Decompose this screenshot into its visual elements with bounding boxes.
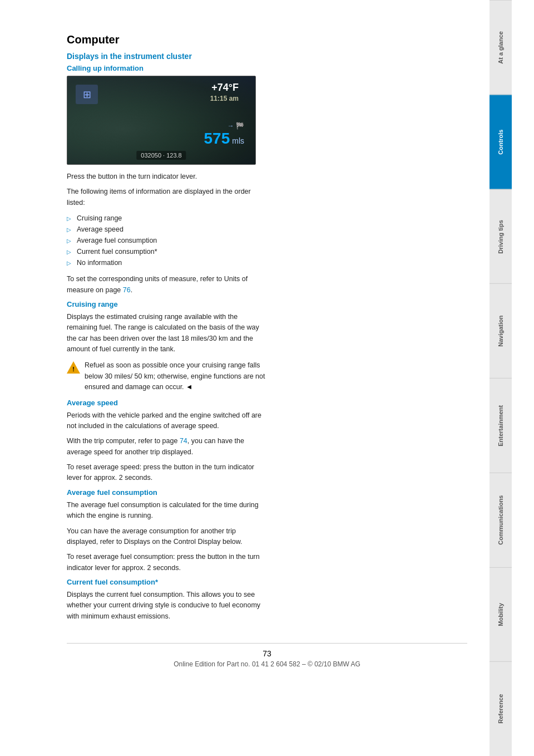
avg-speed-heading: Average speed (67, 399, 267, 407)
page-title: Computer (67, 33, 267, 46)
sidebar-tab-navigation[interactable]: Navigation (490, 283, 512, 378)
sidebar-tab-entertainment[interactable]: Entertainment (490, 378, 512, 473)
right-column: Average speed Periods with the vehicle p… (67, 399, 267, 627)
main-content: Computer Displays in the instrument clus… (0, 0, 490, 756)
avg-speed-para2: With the trip computer, refer to page 74… (67, 436, 267, 458)
cluster-nav-area: ⊞ (76, 85, 98, 104)
cruising-range-heading: Cruising range (67, 300, 267, 308)
arrow-symbol: → 🏁 (228, 122, 244, 130)
cluster-arrow-label: → 🏁 (228, 122, 244, 130)
left-column: Computer Displays in the instrument clus… (67, 33, 284, 399)
warning-box: Refuel as soon as possible once your cru… (67, 360, 267, 392)
cluster-top-info: +74°F 11:15 am (210, 82, 239, 102)
sidebar-tab-communications[interactable]: Communications (490, 473, 512, 567)
section-heading: Displays in the instrument cluster (67, 52, 267, 61)
cluster-temp: +74°F (210, 82, 239, 94)
cruising-range-para1: Displays the estimated cruising range av… (67, 312, 267, 355)
sub-heading-calling-up: Calling up information (67, 64, 267, 72)
para-units-post: . (131, 286, 132, 294)
sidebar-tab-mobility[interactable]: Mobility (490, 567, 512, 662)
avg-fuel-para3: To reset average fuel consumption: press… (67, 552, 267, 573)
page-number: 73 (67, 649, 467, 658)
page-wrapper: Computer Displays in the instrument clus… (0, 0, 534, 756)
para-following-items: The following items of information are d… (67, 186, 267, 208)
link-page-76[interactable]: 76 (123, 286, 131, 294)
avg-fuel-heading: Average fuel consumption (67, 488, 267, 497)
bullet-item: Current fuel consumption* (67, 246, 267, 257)
cluster-mils-value: 575 (204, 130, 230, 148)
cluster-mils-row: 575 mls (204, 130, 245, 148)
current-fuel-heading: Current fuel consumption* (67, 578, 267, 586)
current-fuel-para1: Displays the current fuel consumption. T… (67, 590, 267, 622)
page-footer: 73 Online Edition for Part no. 01 41 2 6… (67, 643, 467, 668)
cluster-time: 11:15 am (210, 95, 239, 102)
sidebar-tab-reference[interactable]: Reference (490, 661, 512, 756)
bullet-item: Average fuel consumption (67, 235, 267, 246)
bullet-item: No information (67, 257, 267, 268)
avg-speed-para3: To reset average speed: press the button… (67, 462, 267, 484)
bullet-item: Cruising range (67, 213, 267, 224)
cluster-nav-icon: ⊞ (76, 85, 98, 104)
warning-text: Refuel as soon as possible once your cru… (85, 360, 267, 392)
para-units-measure: To set the corresponding units of measur… (67, 274, 267, 296)
two-col-layout: Computer Displays in the instrument clus… (67, 33, 467, 626)
sidebar-tab-driving-tips[interactable]: Driving tips (490, 189, 512, 284)
bullet-item: Average speed (67, 224, 267, 235)
para-units-pre: To set the corresponding units of measur… (67, 275, 248, 293)
para-press-button: Press the button in the turn indicator l… (67, 171, 267, 182)
end-marker: ◄ (186, 383, 192, 391)
cluster-mils-unit: mls (232, 136, 244, 145)
sidebar-tab-controls[interactable]: Controls (490, 95, 512, 189)
cluster-odometer: 032050 · 123.8 (136, 151, 186, 160)
warning-icon (67, 361, 80, 374)
avg-speed-para1: Periods with the vehicle parked and the … (67, 410, 267, 432)
sidebar-tab-at-a-glance[interactable]: At a glance (490, 0, 512, 95)
instrument-cluster-image: ⊞ +74°F 11:15 am → 🏁 575 m (67, 76, 256, 165)
cluster-main-reading: → 🏁 575 mls (204, 122, 245, 148)
link-page-74[interactable]: 74 (180, 437, 187, 445)
bullet-list: Cruising range Average speed Average fue… (67, 213, 267, 268)
sidebar: At a glance Controls Driving tips Naviga… (490, 0, 512, 756)
footer-text: Online Edition for Part no. 01 41 2 604 … (67, 660, 467, 668)
avg-fuel-para2: You can have the average consumption for… (67, 526, 267, 548)
avg-fuel-para1: The average fuel consumption is calculat… (67, 500, 267, 522)
